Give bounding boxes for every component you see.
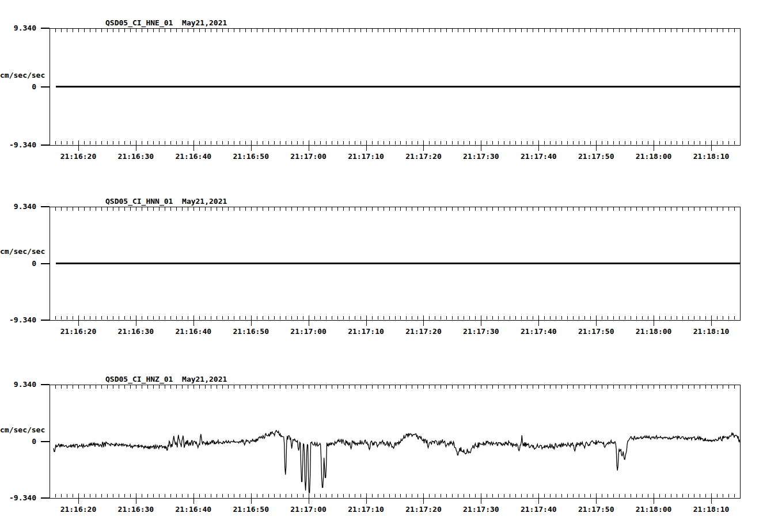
- waveform-trace-hnz: [54, 431, 740, 493]
- x-tick-label: 21:18:00: [628, 152, 679, 161]
- x-tick-label: 21:16:50: [225, 505, 277, 514]
- x-tick-label: 21:18:10: [685, 327, 737, 336]
- x-tick-label: 21:16:20: [52, 152, 104, 161]
- x-tick-label: 21:17:20: [397, 152, 449, 161]
- x-tick-label: 21:17:30: [455, 505, 507, 514]
- x-tick-label: 21:16:20: [52, 327, 104, 336]
- y-axis-unit-label-hnz: cm/sec/sec: [0, 426, 45, 434]
- x-tick-label: 21:16:30: [110, 505, 162, 514]
- panel-title-hnn: QSD05_CI_HNN_01 May21,2021: [105, 197, 227, 206]
- x-tick-label: 21:17:50: [570, 327, 622, 336]
- x-tick-label: 21:16:50: [225, 152, 277, 161]
- x-tick-label: 21:17:20: [397, 327, 449, 336]
- panel-title-hnz: QSD05_CI_HNZ_01 May21,2021: [105, 375, 227, 384]
- y-tick-label: 9.340: [0, 24, 36, 32]
- x-tick-label: 21:16:30: [110, 327, 162, 336]
- x-tick-label: 21:18:10: [685, 152, 737, 161]
- x-tick-label: 21:17:30: [455, 152, 507, 161]
- x-tick-label: 21:17:00: [283, 152, 335, 161]
- waveform-plot-canvas: [0, 0, 782, 532]
- panel-title-hne: QSD05_CI_HNE_01 May21,2021: [105, 19, 227, 28]
- x-tick-label: 21:17:40: [513, 505, 564, 514]
- x-tick-label: 21:17:50: [570, 505, 622, 514]
- x-tick-label: 21:17:10: [340, 327, 392, 336]
- x-tick-label: 21:17:40: [513, 327, 564, 336]
- y-axis-unit-label-hnn: cm/sec/sec: [0, 248, 45, 256]
- x-tick-label: 21:17:00: [283, 327, 335, 336]
- x-tick-label: 21:17:10: [340, 505, 392, 514]
- x-tick-label: 21:16:40: [168, 152, 219, 161]
- x-tick-label: 21:16:40: [168, 327, 219, 336]
- y-axis-unit-label-hne: cm/sec/sec: [0, 71, 45, 79]
- x-tick-label: 21:18:00: [628, 327, 679, 336]
- x-tick-label: 21:16:40: [168, 505, 219, 514]
- y-tick-label: 0: [0, 82, 36, 91]
- y-tick-label: 9.340: [0, 202, 36, 211]
- x-tick-label: 21:17:20: [397, 505, 449, 514]
- x-tick-label: 21:16:30: [110, 152, 162, 161]
- x-tick-label: 21:17:40: [513, 152, 564, 161]
- x-tick-label: 21:18:10: [685, 505, 737, 514]
- x-tick-label: 21:16:50: [225, 327, 277, 336]
- plot-box: [50, 385, 741, 499]
- y-tick-label: 9.340: [0, 380, 36, 389]
- x-tick-label: 21:17:50: [570, 152, 622, 161]
- y-tick-label: -9.340: [0, 493, 36, 502]
- y-tick-label: 0: [0, 437, 36, 446]
- x-tick-label: 21:17:00: [283, 505, 335, 514]
- x-tick-label: 21:17:30: [455, 327, 507, 336]
- x-tick-label: 21:18:00: [628, 505, 679, 514]
- y-tick-label: -9.340: [0, 140, 36, 149]
- y-tick-label: 0: [0, 259, 36, 268]
- x-tick-label: 21:16:20: [52, 505, 104, 514]
- y-tick-label: -9.340: [0, 316, 36, 324]
- seismogram-viewer: QSD05_CI_HNE_01 May21,2021 QSD05_CI_HNN_…: [0, 0, 782, 532]
- x-tick-label: 21:17:10: [340, 152, 392, 161]
